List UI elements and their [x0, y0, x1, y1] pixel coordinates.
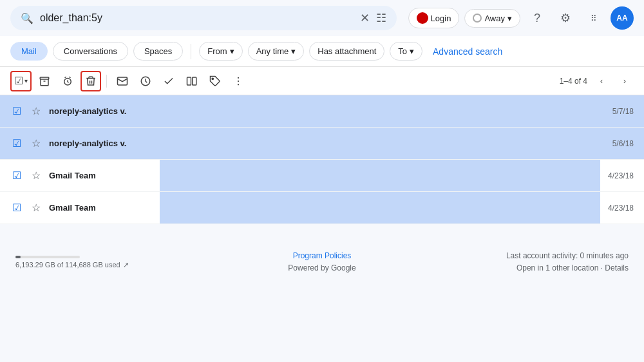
table-row[interactable]: ☑ ☆ Gmail Team 4/23/18 [0, 160, 644, 192]
svg-rect-0 [40, 77, 49, 79]
help-button[interactable]: ? [526, 6, 549, 30]
pagination-label: 1–4 of 4 [560, 77, 587, 86]
away-icon [473, 14, 482, 23]
table-row[interactable]: ☑ ☆ noreply-analytics v. 5/7/18 [0, 95, 644, 128]
external-link-icon[interactable]: ↗ [123, 261, 129, 269]
kolkata-icon [417, 12, 428, 24]
powered-by: Powered by Google [288, 262, 355, 274]
filter-anytime-button[interactable]: Any time ▾ [248, 42, 305, 61]
email-checkbox-2[interactable]: ☑ [10, 137, 23, 150]
away-button[interactable]: Away ▾ [464, 9, 520, 28]
footer-center: Program Policies Powered by Google [288, 250, 355, 274]
settings-button[interactable]: ⚙ [554, 6, 577, 30]
table-row[interactable]: ☑ ☆ Gmail Team 4/23/18 [0, 192, 644, 224]
last-activity: Last account activity: 0 minutes ago [356, 250, 629, 262]
delete-button[interactable] [80, 71, 101, 91]
checkbox-icon: ☑ [14, 75, 23, 87]
email-star-2[interactable]: ☆ [28, 136, 44, 151]
svg-point-14 [238, 84, 239, 85]
filter-from-button[interactable]: From ▾ [199, 42, 242, 61]
login-button[interactable]: Login [408, 8, 460, 28]
pagination: 1–4 of 4 ‹ › [560, 72, 634, 90]
snooze2-button[interactable] [135, 71, 156, 91]
from-label: From [207, 46, 227, 56]
storage-bar [15, 256, 21, 258]
other-location: Open in 1 other location · Details [356, 262, 629, 274]
checkbox-dropdown-icon: ▾ [24, 77, 28, 84]
top-right-controls: Login Away ▾ ? ⚙ ⠿ AA [408, 6, 634, 30]
storage-amount: 6,193.29 GB of 114,688 GB used [15, 261, 120, 269]
label-button[interactable] [205, 71, 225, 91]
svg-line-4 [69, 77, 70, 78]
snooze-button[interactable] [57, 71, 78, 91]
table-row[interactable]: ☑ ☆ noreply-analytics v. 5/6/18 [0, 128, 644, 160]
prev-page-button[interactable]: ‹ [592, 72, 611, 90]
email-checkbox-3[interactable]: ☑ [10, 169, 23, 182]
apps-button[interactable]: ⠿ [582, 6, 605, 30]
svg-point-11 [212, 78, 213, 79]
to-label: To [398, 46, 407, 56]
footer: 6,193.29 GB of 114,688 GB used ↗ Program… [0, 240, 644, 285]
to-arrow-icon: ▾ [410, 46, 414, 56]
email-sender-4: Gmail Team [49, 203, 152, 213]
storage-text: 6,193.29 GB of 114,688 GB used ↗ [15, 261, 288, 269]
filter-attachment-button[interactable]: Has attachment [309, 42, 384, 61]
search-icon: 🔍 [21, 12, 33, 24]
svg-rect-9 [187, 77, 191, 85]
attachment-label: Has attachment [317, 46, 376, 56]
email-star-3[interactable]: ☆ [28, 168, 44, 184]
tab-conversations[interactable]: Conversations [53, 42, 128, 61]
email-sender-2: noreply-analytics v. [49, 138, 152, 148]
tab-spaces[interactable]: Spaces [133, 42, 183, 61]
filter-divider [191, 44, 191, 59]
email-checkbox-1[interactable]: ☑ [10, 105, 23, 118]
email-star-1[interactable]: ☆ [28, 104, 44, 119]
mark-unread-button[interactable] [112, 71, 133, 91]
email-date-3: 4/23/18 [608, 171, 634, 180]
move-to-button[interactable] [182, 71, 202, 91]
search-box: 🔍 ✕ ☷ [10, 6, 397, 30]
search-input[interactable] [40, 12, 354, 24]
svg-point-13 [238, 80, 239, 81]
mark-done-button[interactable] [158, 71, 179, 91]
next-page-button[interactable]: › [616, 72, 634, 90]
anytime-label: Any time [256, 46, 289, 56]
away-label: Away [484, 14, 505, 23]
toolbar-separator [106, 75, 107, 88]
svg-point-12 [238, 77, 239, 78]
away-arrow-icon: ▾ [507, 14, 512, 23]
email-sender-3: Gmail Team [49, 171, 152, 180]
tab-mail[interactable]: Mail [10, 42, 48, 61]
email-preview-1 [160, 95, 605, 127]
filter-bar: Mail Conversations Spaces From ▾ Any tim… [0, 36, 644, 67]
advanced-search-link[interactable]: Advanced search [433, 46, 502, 57]
more-button[interactable] [228, 71, 249, 91]
email-preview-3 [160, 160, 600, 191]
email-date-4: 4/23/18 [608, 204, 634, 213]
email-date-2: 5/6/18 [612, 139, 634, 148]
svg-line-3 [65, 77, 66, 78]
policy-link[interactable]: Program Policies [288, 250, 355, 262]
storage-bar-container [15, 256, 80, 258]
email-sender-1: noreply-analytics v. [49, 106, 152, 116]
email-preview-2 [160, 128, 605, 159]
anytime-arrow-icon: ▾ [291, 46, 296, 56]
email-checkbox-4[interactable]: ☑ [10, 202, 23, 214]
footer-right: Last account activity: 0 minutes ago Ope… [356, 250, 629, 274]
select-all-checkbox[interactable]: ☑ ▾ [10, 71, 32, 91]
svg-rect-10 [193, 77, 196, 85]
avatar[interactable]: AA [611, 6, 634, 30]
storage-section: 6,193.29 GB of 114,688 GB used ↗ [15, 256, 288, 269]
clear-search-icon[interactable]: ✕ [360, 11, 370, 25]
toolbar: ☑ ▾ 1–4 of 4 ‹ › [0, 67, 644, 95]
from-arrow-icon: ▾ [230, 46, 234, 56]
top-bar: 🔍 ✕ ☷ Login Away ▾ ? ⚙ ⠿ AA [0, 0, 644, 36]
login-label: Login [431, 14, 451, 23]
filter-to-button[interactable]: To ▾ [390, 42, 422, 61]
tune-icon[interactable]: ☷ [376, 11, 386, 25]
archive-button[interactable] [34, 71, 55, 91]
email-star-4[interactable]: ☆ [28, 200, 44, 216]
email-list: ☑ ☆ noreply-analytics v. 5/7/18 ☑ ☆ nore… [0, 95, 644, 224]
email-date-1: 5/7/18 [612, 107, 634, 116]
email-preview-4 [160, 192, 600, 224]
